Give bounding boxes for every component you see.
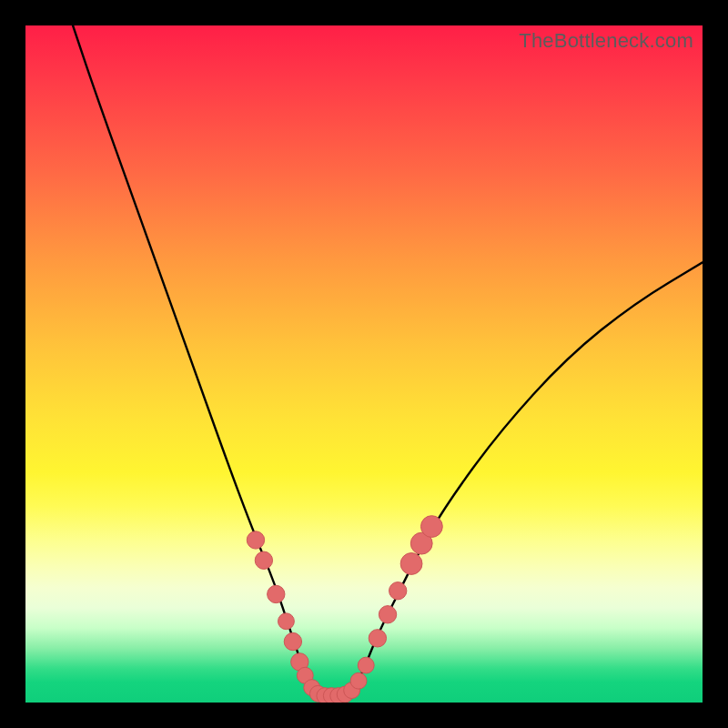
curve-marker <box>268 585 285 602</box>
chart-frame: TheBottleneck.com <box>0 0 728 728</box>
curve-marker <box>278 613 295 630</box>
curve-marker <box>421 516 443 538</box>
curve-marker <box>255 551 272 569</box>
curve-marker <box>379 606 396 623</box>
curve-marker <box>389 582 407 600</box>
curve-markers <box>247 516 442 703</box>
plot-area: TheBottleneck.com <box>25 25 703 703</box>
curve-marker <box>247 531 264 549</box>
curve-svg <box>25 25 703 703</box>
curve-marker <box>284 632 301 650</box>
curve-marker <box>350 672 367 689</box>
bottleneck-curve <box>73 25 703 696</box>
curve-marker <box>369 630 386 647</box>
curve-marker <box>400 553 422 575</box>
curve-marker <box>358 657 374 673</box>
